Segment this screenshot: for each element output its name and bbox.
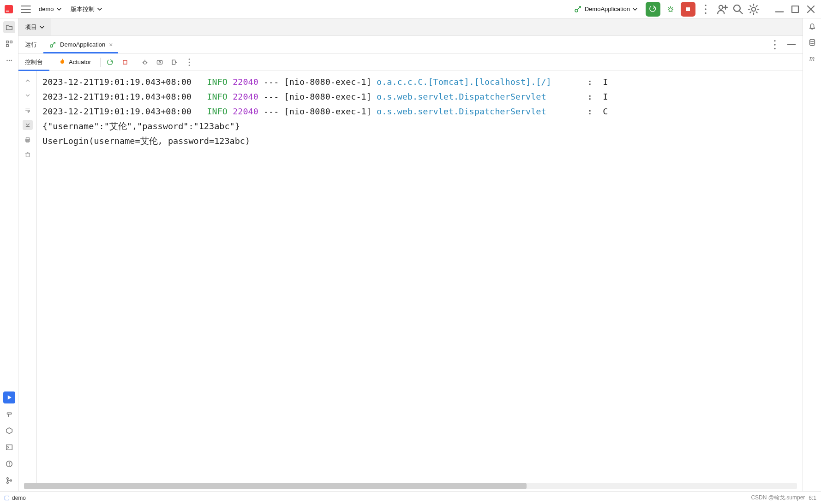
svg-rect-1 (6, 11, 9, 12)
svg-rect-48 (123, 60, 127, 64)
console-tab-label: 控制台 (25, 58, 43, 66)
more-console-actions[interactable] (184, 57, 194, 67)
problems-tool-button[interactable] (3, 458, 15, 470)
debug-attach-button[interactable] (140, 59, 150, 66)
svg-point-44 (774, 40, 775, 41)
rerun-console-button[interactable] (105, 59, 115, 66)
console-horizontal-scrollbar[interactable] (24, 483, 797, 489)
scroll-down-button[interactable] (23, 90, 33, 101)
exit-button[interactable] (169, 59, 180, 66)
services-tool-button[interactable] (3, 425, 15, 437)
project-name: demo (39, 6, 54, 12)
svg-point-57 (189, 61, 190, 63)
svg-point-39 (9, 465, 9, 466)
svg-rect-36 (6, 445, 12, 450)
run-config-name: DemoApplication (585, 6, 630, 12)
vcs-dropdown[interactable]: 版本控制 (68, 3, 105, 15)
layout-settings-button[interactable] (155, 59, 165, 66)
chevron-down-icon (97, 7, 102, 12)
structure-tool-button[interactable] (3, 38, 15, 50)
more-tools-button[interactable] (3, 54, 15, 66)
vcs-label: 版本控制 (71, 5, 95, 13)
svg-point-43 (50, 45, 53, 47)
status-module[interactable]: demo (12, 495, 26, 501)
soft-wrap-button[interactable] (23, 105, 33, 115)
run-config-icon (574, 5, 582, 13)
svg-point-46 (774, 47, 775, 49)
scroll-up-button[interactable] (23, 76, 33, 86)
top-toolbar: demo 版本控制 DemoApplication (0, 0, 821, 18)
debug-button[interactable] (664, 3, 677, 16)
console-gutter (18, 71, 37, 483)
left-tool-rail (0, 18, 18, 491)
run-config-icon (49, 41, 56, 48)
svg-line-22 (740, 11, 743, 14)
maven-tool-button[interactable]: m (809, 54, 815, 63)
project-header-bar: 项目 (18, 18, 803, 36)
terminal-tool-button[interactable] (3, 441, 15, 453)
git-tool-button[interactable] (3, 474, 15, 486)
module-icon (5, 496, 9, 500)
svg-rect-53 (157, 60, 162, 64)
svg-line-13 (671, 11, 672, 12)
chevron-down-icon (40, 25, 44, 30)
print-button[interactable] (23, 135, 33, 145)
actuator-tab[interactable]: Actuator (54, 58, 96, 66)
code-with-me-button[interactable] (716, 3, 729, 16)
project-title-label: 项目 (25, 23, 37, 31)
run-tab-label: DemoApplication (60, 41, 105, 48)
svg-point-54 (159, 61, 161, 63)
actuator-icon (59, 58, 66, 66)
status-bar: demo CSDN @翰戈.sumper 6:1 (0, 491, 821, 504)
hide-tool-button[interactable] (785, 38, 798, 51)
project-selector[interactable]: demo (36, 4, 64, 14)
notifications-button[interactable] (808, 22, 816, 32)
run-tab-demoapplication[interactable]: DemoApplication × (43, 36, 118, 53)
database-tool-button[interactable] (808, 38, 816, 48)
svg-line-10 (669, 7, 670, 8)
close-window-button[interactable] (804, 3, 817, 16)
svg-point-45 (774, 44, 775, 45)
build-tool-button[interactable] (3, 408, 15, 420)
watermark-text: CSDN @翰戈.sumper (751, 494, 805, 502)
scroll-to-end-button[interactable] (23, 120, 33, 130)
svg-rect-63 (26, 153, 29, 157)
stop-button[interactable] (681, 2, 695, 17)
main-menu-button[interactable] (19, 3, 32, 16)
stop-console-button[interactable] (120, 59, 130, 66)
svg-line-12 (669, 11, 670, 12)
run-tool-label: 运行 (18, 36, 43, 53)
svg-rect-55 (173, 60, 175, 65)
svg-point-23 (752, 7, 755, 11)
svg-marker-34 (7, 395, 11, 400)
svg-marker-35 (6, 428, 12, 434)
svg-point-56 (189, 59, 190, 60)
actuator-label: Actuator (69, 59, 91, 65)
svg-rect-25 (792, 6, 798, 12)
close-tab-button[interactable]: × (109, 41, 113, 48)
svg-rect-30 (6, 45, 8, 47)
svg-point-5 (575, 9, 578, 12)
right-tool-rail: m (803, 18, 821, 491)
more-actions-button[interactable] (699, 3, 712, 16)
minimize-window-button[interactable] (773, 3, 786, 16)
run-tool-options-button[interactable] (768, 38, 781, 51)
svg-rect-28 (6, 41, 8, 43)
run-config-selector[interactable]: DemoApplication (569, 4, 642, 14)
project-tool-button[interactable] (3, 21, 15, 33)
rerun-button[interactable] (646, 2, 660, 17)
svg-point-15 (705, 4, 706, 6)
ide-logo-icon (4, 4, 14, 14)
settings-button[interactable] (747, 3, 760, 16)
console-tab[interactable]: 控制台 (18, 53, 49, 71)
run-tool-button[interactable] (3, 391, 15, 403)
clear-console-button[interactable] (23, 149, 33, 160)
chevron-down-icon (57, 7, 61, 12)
search-button[interactable] (731, 3, 744, 16)
console-output[interactable]: 2023-12-21T19:01:19.043+08:00 INFO 22040… (37, 71, 803, 483)
cursor-position: 6:1 (809, 495, 816, 501)
maximize-window-button[interactable] (789, 3, 802, 16)
svg-rect-29 (10, 41, 12, 43)
svg-line-11 (672, 7, 673, 8)
project-tool-title[interactable]: 项目 (18, 18, 51, 36)
